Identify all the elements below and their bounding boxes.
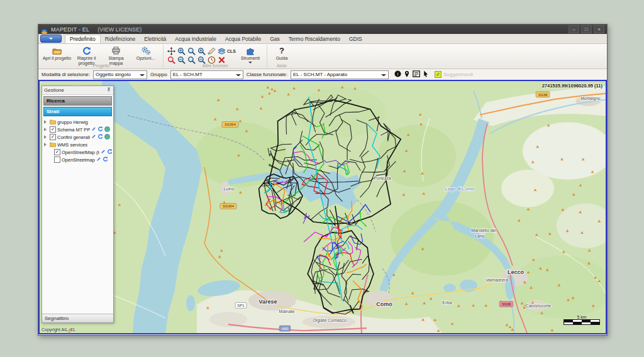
layer-checkbox[interactable]: ✓ (50, 134, 56, 140)
expander-icon[interactable] (44, 120, 48, 124)
cls-button[interactable]: CLS (227, 47, 236, 55)
tab-gas[interactable]: Gas (265, 35, 284, 43)
edit-icon[interactable] (101, 149, 106, 155)
zoom-previous-icon[interactable] (167, 56, 175, 63)
folder-icon (50, 141, 56, 148)
layer-item-wms-services[interactable]: WMS services (43, 141, 113, 148)
expander-icon[interactable] (44, 143, 48, 146)
tab-ridefinizione[interactable]: Ridefinizione (101, 35, 140, 43)
window-title: MAPEDIT - EL (51, 26, 89, 33)
gears-icon (141, 46, 151, 56)
zoom-extent-icon[interactable] (197, 47, 206, 55)
map-label: Olgiate Comasco (313, 318, 347, 323)
zoom-minus-icon[interactable] (197, 56, 206, 63)
undo-icon[interactable] (97, 126, 103, 133)
layer-item-gruppo-herwig[interactable]: gruppo Herwig (43, 118, 113, 126)
suggestions-label: Suggerimenti (443, 72, 473, 77)
layer-label: OpenStreetmap (62, 157, 95, 163)
measure-icon[interactable] (207, 47, 216, 55)
selection-mode-select[interactable]: Oggetto singolo (93, 70, 147, 79)
reopen-project-button[interactable]: Riaprire il progetto (72, 45, 101, 65)
zoom-pan-icon[interactable] (187, 56, 196, 63)
tab-acqua-potabile[interactable]: Acqua Potabile (221, 35, 265, 43)
pin-icon[interactable] (404, 70, 410, 79)
layers-icon[interactable] (217, 47, 226, 55)
open-project-button[interactable]: Apri il progetto (42, 45, 72, 61)
selection-tools: i (394, 70, 429, 79)
suggestions-toggle[interactable]: ✓ Suggerimenti (435, 71, 473, 78)
globe-icon[interactable] (104, 126, 110, 133)
checkbox-checked-icon: ✓ (435, 71, 441, 78)
layer-checkbox[interactable]: ✓ (54, 149, 60, 155)
ribbon-group-aiuto: ? Guida Aiuto (267, 45, 296, 69)
group-select[interactable]: EL - SCH.MT (170, 70, 243, 79)
layer-checkbox[interactable] (54, 157, 60, 163)
layers-section-button[interactable]: Strati (43, 107, 112, 116)
expander-icon[interactable] (44, 128, 48, 131)
history-icon[interactable] (207, 56, 216, 63)
group-label-aiuto: Aiuto (267, 63, 296, 68)
group-label-progetto: Progetto (40, 63, 163, 68)
tab-acqua-industriale[interactable]: Acqua Industriale (170, 35, 221, 43)
functional-class-value: EL - SCH.MT - Apparato (293, 72, 347, 77)
pan-icon[interactable] (167, 47, 175, 55)
minimize-button[interactable]: – (569, 25, 579, 33)
layer-item-confini-generali[interactable]: ✓Confini generali (43, 133, 113, 141)
map-label: Mandello del (471, 228, 496, 233)
map-label: Calolziocorte (526, 304, 552, 308)
options-label: Opzioni... (136, 56, 155, 61)
undo-icon[interactable] (107, 149, 113, 155)
map-canvas[interactable]: LuinoVareseMalnateOlgiate ComascoComoErb… (40, 81, 606, 333)
functional-class-select[interactable]: EL - SCH.MT - Apparato (291, 70, 389, 79)
zoom-out-icon[interactable] (177, 56, 186, 63)
map-label: Morbegno (580, 96, 601, 101)
small-tool-grid: CLS (166, 47, 236, 64)
titlebar: MAPEDIT - EL (VIEW LICENSE) – □ × (38, 25, 607, 34)
layer-checkbox[interactable]: ✓ (50, 126, 56, 133)
chevron-down-icon (49, 38, 53, 41)
cancel-selection-icon[interactable] (217, 56, 226, 63)
window-controls: – □ × (569, 25, 604, 33)
edit-icon[interactable] (91, 134, 96, 140)
help-button[interactable]: ? Guida (270, 45, 294, 61)
print-map-button[interactable]: Stampa mappa (101, 45, 131, 65)
app-menu-button[interactable] (40, 35, 62, 43)
refresh-icon (82, 46, 91, 56)
maximize-button[interactable]: □ (581, 25, 592, 33)
copyright-label: Copyright AIL_EL (42, 327, 75, 332)
info-icon[interactable]: i (394, 70, 401, 79)
zoom-in-icon[interactable] (177, 47, 186, 55)
tab-elettricit-[interactable]: Elettricità (140, 35, 170, 43)
pin-panel-icon[interactable] (106, 87, 111, 94)
selection-mode-label: Modalità di selezione: (42, 72, 90, 77)
layer-item-openstreetmap-local-[interactable]: ✓OpenStreetMap (local) (43, 148, 113, 156)
layer-item-openstreetmap[interactable]: OpenStreetmap (43, 156, 113, 163)
svg-text:SS394: SS394 (225, 123, 236, 126)
bookmark-section-button[interactable]: Segnalibro (42, 314, 113, 322)
expander-icon[interactable] (44, 135, 48, 139)
options-button[interactable]: Opzioni... (131, 45, 160, 61)
tab-gdis[interactable]: GDIS (345, 35, 367, 43)
search-section-button[interactable]: Ricerca (43, 96, 112, 106)
edit-icon[interactable] (91, 126, 96, 133)
map-viewport[interactable]: LuinoVareseMalnateOlgiate ComascoComoErb… (38, 80, 607, 334)
select-cursor-icon[interactable] (423, 70, 429, 79)
layer-manager-panel: Gestione Ricerca Strati gruppo Herwig✓Sc… (42, 85, 114, 323)
layer-label: gruppo Herwig (57, 119, 88, 125)
svg-text:SP1: SP1 (237, 304, 245, 307)
edit-icon[interactable] (96, 157, 101, 163)
zoom-window-icon[interactable] (187, 47, 196, 55)
globe-icon[interactable] (104, 134, 110, 141)
form-icon[interactable] (413, 70, 420, 79)
group-label-altre-funzioni: Altre funzioni (164, 63, 267, 68)
tools-button[interactable]: Strumenti (236, 45, 264, 65)
layer-item-schema-mt-pp[interactable]: ✓Schema MT PP (43, 126, 113, 133)
close-button[interactable]: × (594, 25, 604, 33)
undo-icon[interactable] (97, 134, 103, 140)
tab-termo-riscaldamento[interactable]: Termo Riscaldamento (284, 35, 345, 43)
undo-icon[interactable] (103, 157, 108, 163)
ribbon-tab-row: PredefinitoRidefinizioneElettricitàAcqua… (38, 34, 607, 44)
ribbon-group-progetto: Apri il progetto Riaprire il progetto St… (40, 45, 164, 69)
tab-predefinito[interactable]: Predefinito (65, 35, 101, 43)
map-label: Como (376, 301, 392, 307)
